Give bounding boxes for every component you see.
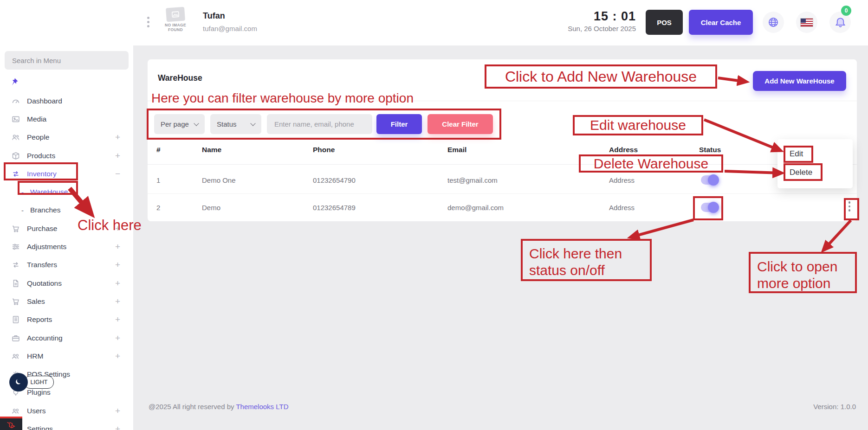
filter-button[interactable]: Filter — [376, 114, 422, 134]
theme-toggle[interactable]: LIGHT — [9, 373, 56, 392]
clear-cache-button[interactable]: Clear Cache — [689, 10, 753, 35]
sidebar-item-label: Inventory — [27, 170, 57, 178]
sidebar-item-purchase[interactable]: Purchase+ — [0, 219, 133, 237]
language-flag-icon[interactable] — [796, 12, 817, 33]
status-select[interactable]: Status — [210, 114, 261, 134]
sidebar-item-label: WareHouse — [30, 188, 68, 196]
delete-menu-item[interactable]: Delete — [790, 168, 812, 177]
column-header-name: Name — [202, 146, 221, 154]
expand-icon[interactable]: − — [115, 169, 120, 179]
pos-button[interactable]: POS — [646, 10, 683, 35]
sidebar-item-warehouse[interactable]: -WareHouse — [0, 183, 133, 201]
divider — [148, 193, 857, 194]
notification-badge: 0 — [841, 6, 851, 16]
sidebar-item-hrm[interactable]: HRM+ — [0, 347, 133, 365]
sidebar-item-products[interactable]: Products+ — [0, 147, 133, 165]
expand-icon[interactable]: + — [115, 242, 120, 252]
sidebar-item-label: Quotations — [27, 279, 62, 288]
expand-icon[interactable]: + — [115, 314, 120, 325]
edit-menu-item[interactable]: Edit — [790, 149, 803, 159]
row-actions-kebab-icon[interactable] — [847, 199, 852, 216]
sidebar-item-reports[interactable]: Reports+ — [0, 311, 133, 329]
sidebar-item-inventory[interactable]: Inventory− — [0, 165, 133, 183]
document-icon — [11, 279, 20, 288]
expand-icon[interactable]: + — [115, 351, 120, 361]
expand-icon[interactable]: + — [115, 151, 120, 161]
sidebar-item-label: Accounting — [27, 334, 63, 342]
team-icon — [11, 406, 20, 416]
avatar[interactable]: NO IMAGEFOUND — [162, 7, 188, 38]
divider — [148, 164, 857, 165]
transfer-icon — [11, 260, 20, 270]
sidebar-item-label: Transfers — [27, 261, 57, 269]
sidebar-item-label: Users — [27, 407, 45, 415]
status-toggle[interactable] — [701, 203, 718, 212]
sidebar-item-label: Products — [27, 152, 55, 160]
clear-filter-button[interactable]: Clear Filter — [428, 114, 493, 134]
cell-address: Address — [609, 204, 635, 212]
add-new-warehouse-button[interactable]: Add New WareHouse — [753, 71, 846, 91]
expand-icon[interactable]: + — [115, 260, 120, 270]
status-toggle[interactable] — [701, 175, 718, 185]
clock: 15 : 01 Sun, 26 October 2025 — [525, 9, 636, 32]
transfer-icon — [11, 169, 20, 179]
sidebar-item-label: Adjustments — [27, 243, 66, 251]
report-icon — [11, 315, 20, 324]
sidebar-item-transfers[interactable]: Transfers+ — [0, 256, 133, 274]
sub-item-dash: - — [21, 188, 24, 196]
sidebar-item-accounting[interactable]: Accounting+ — [0, 329, 133, 347]
sliders-icon — [11, 242, 20, 251]
sidebar-item-sales[interactable]: Sales+ — [0, 292, 133, 310]
chevron-down-icon — [194, 121, 199, 126]
divider — [148, 101, 857, 101]
column-header-num: # — [156, 146, 161, 154]
sidebar-item-branches[interactable]: -Branches — [0, 201, 133, 219]
expand-icon[interactable]: + — [115, 296, 120, 307]
sidebar-item-label: People — [27, 133, 49, 141]
kebab-vertical-icon[interactable] — [146, 15, 150, 32]
globe-icon[interactable] — [763, 12, 784, 33]
topbar: NO IMAGEFOUND Tufan tufan@gmail.com 15 :… — [0, 0, 868, 45]
date: Sun, 26 October 2025 — [525, 25, 636, 32]
warehouse-card: WareHouse Add New WareHouse Per page Sta… — [148, 59, 857, 221]
sidebar-item-adjustments[interactable]: Adjustments+ — [0, 237, 133, 256]
search-input[interactable] — [5, 51, 129, 70]
annotation-status-hint: Click here then status on/off — [521, 239, 652, 281]
expand-icon[interactable]: + — [115, 224, 120, 234]
sidebar-item-dashboard[interactable]: Dashboard — [0, 92, 133, 110]
people-icon — [11, 133, 20, 142]
pin-icon[interactable] — [9, 77, 19, 89]
sidebar-item-media[interactable]: Media — [0, 110, 133, 128]
expand-icon[interactable]: + — [115, 333, 120, 343]
company-link[interactable]: Themelooks LTD — [236, 403, 288, 411]
cell-num: 2 — [156, 204, 160, 212]
action-menu: Edit Delete — [777, 139, 853, 188]
expand-icon[interactable]: + — [115, 132, 120, 142]
user-name: Tufan — [203, 11, 225, 21]
sidebar-item-label: Media — [27, 115, 46, 123]
sidebar-item-label: Reports — [27, 315, 52, 324]
moon-icon — [9, 373, 28, 391]
cart-icon — [11, 297, 20, 306]
cell-email: demo@gmail.com — [447, 204, 504, 212]
expand-icon[interactable]: + — [115, 406, 120, 416]
column-header-status: Status — [699, 146, 721, 154]
annotation-more-option: Click to open more option — [749, 252, 857, 293]
image-icon — [11, 115, 20, 124]
column-header-address: Address — [609, 146, 638, 154]
cell-phone: 01232654790 — [313, 176, 356, 184]
sidebar-item-label: Branches — [30, 206, 60, 214]
column-header-email: Email — [447, 146, 466, 154]
per-page-select[interactable]: Per page — [154, 114, 205, 134]
filter-search-input[interactable] — [267, 114, 372, 134]
version: Version: 1.0.0 — [813, 403, 856, 411]
cell-name: Demo One — [202, 176, 236, 184]
sidebar-item-label: Dashboard — [27, 97, 62, 105]
copyright: @2025 All right reserved by Themelooks L… — [149, 403, 289, 411]
sidebar-item-label: HRM — [27, 352, 43, 360]
sidebar-item-quotations[interactable]: Quotations+ — [0, 274, 133, 292]
cell-phone: 01232654789 — [313, 204, 356, 212]
expand-icon[interactable]: + — [115, 278, 120, 289]
expand-icon[interactable]: + — [115, 424, 120, 430]
sidebar-item-people[interactable]: People+ — [0, 128, 133, 147]
